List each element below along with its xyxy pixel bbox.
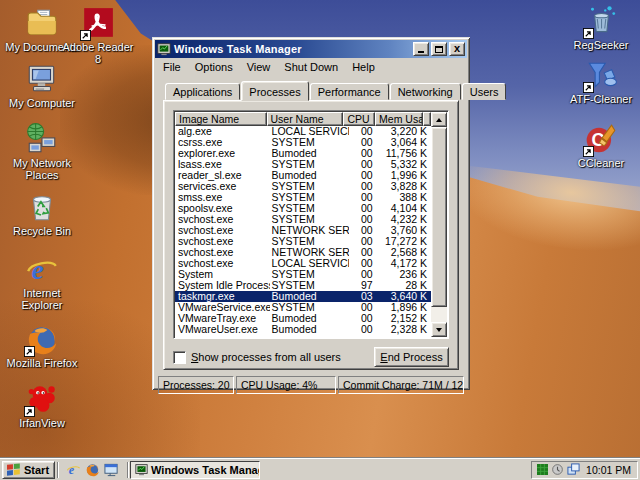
menu-item-options[interactable]: Options <box>188 59 240 75</box>
tab-area: ApplicationsProcessesPerformanceNetworki… <box>155 76 467 370</box>
desktop-icon-label: My Computer <box>4 97 80 109</box>
desktop-icon-regseeker[interactable]: RegSeeker <box>563 4 639 51</box>
menu-item-shut-down[interactable]: Shut Down <box>277 59 345 75</box>
process-user: Bumoded <box>270 324 349 335</box>
vertical-scrollbar[interactable] <box>431 112 447 337</box>
process-row[interactable]: services.exeSYSTEM003,828 K <box>175 181 431 192</box>
menu-item-view[interactable]: View <box>240 59 278 75</box>
column-header-image-name[interactable]: Image Name <box>175 112 267 126</box>
process-cpu: 03 <box>349 291 382 302</box>
process-row[interactable]: alg.exeLOCAL SERVICE003,220 K <box>175 126 431 137</box>
process-row[interactable]: svchost.exeLOCAL SERVICE004,172 K <box>175 258 431 269</box>
process-row-selected[interactable]: taskmgr.exeBumoded033,640 K <box>175 291 431 302</box>
close-button[interactable]: x <box>449 42 465 56</box>
tab-performance[interactable]: Performance <box>310 83 389 100</box>
process-cpu: 00 <box>349 269 382 280</box>
process-mem: 2,328 K <box>382 324 431 335</box>
minimize-button[interactable] <box>413 42 429 56</box>
process-mem: 236 K <box>382 269 431 280</box>
menu-item-file[interactable]: File <box>156 59 188 75</box>
desktop-icon-adobe-reader[interactable]: Adobe Reader 8 <box>60 6 136 65</box>
tray-green-square-icon[interactable] <box>537 464 548 475</box>
titlebar[interactable]: Windows Task Manager x <box>155 40 467 58</box>
process-user: LOCAL SERVICE <box>270 258 349 269</box>
process-row[interactable]: explorer.exeBumoded0011,756 K <box>175 148 431 159</box>
process-row[interactable]: svchost.exeNETWORK SERVICE002,568 K <box>175 247 431 258</box>
process-mem: 5,332 K <box>382 159 431 170</box>
desktop: My DocumentsAdobe Reader 8My ComputerMy … <box>0 0 640 480</box>
process-row[interactable]: System Idle ProcessSYSTEM9728 K <box>175 280 431 291</box>
show-all-users-checkbox[interactable] <box>173 351 186 364</box>
process-name: System Idle Process <box>175 280 270 291</box>
svg-text:e: e <box>31 254 43 285</box>
desktop-icon-recycle-bin[interactable]: Recycle Bin <box>4 190 80 237</box>
quick-launch-firefox-icon[interactable] <box>85 462 100 477</box>
tray-vmware-tools-icon[interactable] <box>567 463 580 476</box>
process-name: svchost.exe <box>175 247 270 258</box>
desktop-icon-my-computer[interactable]: My Computer <box>4 62 80 109</box>
windows-logo-icon <box>6 463 21 476</box>
process-name: svchost.exe <box>175 214 270 225</box>
show-all-users-label[interactable]: Show processes from all users <box>191 351 341 363</box>
start-button[interactable]: Start <box>2 461 55 479</box>
menu-item-help[interactable]: Help <box>345 59 382 75</box>
desktop-icon-internet-explorer[interactable]: eInternet Explorer <box>4 252 80 311</box>
process-user: SYSTEM <box>270 269 349 280</box>
scroll-up-button[interactable] <box>431 112 447 127</box>
scrollbar-track[interactable] <box>431 307 447 322</box>
process-cpu: 00 <box>349 126 382 137</box>
process-row[interactable]: VMwareUser.exeBumoded002,328 K <box>175 324 431 335</box>
mozilla-firefox-icon <box>25 322 59 356</box>
process-name: svchost.exe <box>175 225 270 236</box>
process-cpu: 00 <box>349 302 382 313</box>
tab-processes[interactable]: Processes <box>241 81 308 101</box>
process-row[interactable]: svchost.exeSYSTEM0017,272 K <box>175 236 431 247</box>
desktop-icon-irfanview[interactable]: IrfanView <box>4 382 80 429</box>
process-row[interactable]: spoolsv.exeSYSTEM004,104 K <box>175 203 431 214</box>
process-row[interactable]: VMwareTray.exeBumoded002,152 K <box>175 313 431 324</box>
menu-bar: FileOptionsViewShut DownHelp <box>155 58 467 76</box>
process-row[interactable]: svchost.exeNETWORK SERVICE003,760 K <box>175 225 431 236</box>
ccleaner-icon: C <box>584 122 618 156</box>
desktop-icon-mozilla-firefox[interactable]: Mozilla Firefox <box>4 322 80 369</box>
quick-launch-show-desktop-icon[interactable] <box>104 462 119 477</box>
process-row[interactable]: smss.exeSYSTEM00388 K <box>175 192 431 203</box>
process-user: NETWORK SERVICE <box>270 247 349 258</box>
tab-users[interactable]: Users <box>462 83 507 100</box>
process-row[interactable]: reader_sl.exeBumoded001,996 K <box>175 170 431 181</box>
process-row[interactable]: SystemSYSTEM00236 K <box>175 269 431 280</box>
processes-tab-panel: Image NameUser NameCPUMem Usage alg.exeL… <box>163 100 459 370</box>
tray-gray-circle-icon[interactable] <box>552 464 563 475</box>
desktop-icon-my-network-places[interactable]: My Network Places <box>4 122 80 181</box>
process-list: Image NameUser NameCPUMem Usage alg.exeL… <box>173 110 449 339</box>
process-name: services.exe <box>175 181 270 192</box>
desktop-icon-ccleaner[interactable]: CCCleaner <box>563 122 639 169</box>
process-mem: 3,064 K <box>382 137 431 148</box>
column-header-user-name[interactable]: User Name <box>267 112 344 126</box>
process-name: smss.exe <box>175 192 270 203</box>
process-mem: 1,996 K <box>382 170 431 181</box>
scroll-down-button[interactable] <box>431 322 447 337</box>
tab-applications[interactable]: Applications <box>165 83 240 100</box>
process-row[interactable]: VMwareService.exeSYSTEM001,896 K <box>175 302 431 313</box>
taskbar-task-button[interactable]: Windows Task Manag... <box>130 461 260 479</box>
task-manager-icon <box>135 463 148 476</box>
process-name: spoolsv.exe <box>175 203 270 214</box>
end-process-button[interactable]: End Process <box>374 347 449 367</box>
process-row[interactable]: lsass.exeSYSTEM005,332 K <box>175 159 431 170</box>
my-network-places-icon <box>25 122 59 156</box>
desktop-icon-atf-cleaner[interactable]: ATF-Cleaner <box>563 58 639 105</box>
system-tray: 10:01 PM <box>531 461 638 479</box>
column-header-cpu[interactable]: CPU <box>343 112 375 126</box>
scrollbar-thumb[interactable] <box>431 127 447 307</box>
column-header-mem-usage[interactable]: Mem Usage <box>375 112 423 126</box>
quick-launch-internet-explorer-icon[interactable]: e <box>66 462 81 477</box>
maximize-button[interactable] <box>431 42 447 56</box>
process-row[interactable]: csrss.exeSYSTEM003,064 K <box>175 137 431 148</box>
desktop-icon-label: Mozilla Firefox <box>4 357 80 369</box>
process-user: SYSTEM <box>270 236 349 247</box>
tab-networking[interactable]: Networking <box>390 83 461 100</box>
desktop-icon-label: RegSeeker <box>563 39 639 51</box>
process-mem: 11,756 K <box>382 148 431 159</box>
process-row[interactable]: svchost.exeSYSTEM004,232 K <box>175 214 431 225</box>
